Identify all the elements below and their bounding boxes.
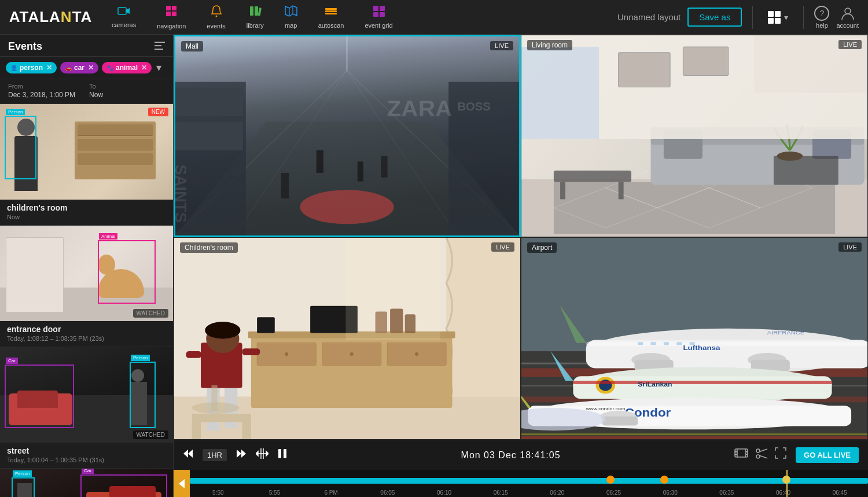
camera-cell-mall[interactable]: ZARA SAINTS BOSS Mall LIVE — [174, 35, 521, 237]
fullscreen-icon[interactable] — [775, 447, 786, 463]
logo[interactable]: ATALANTA — [0, 0, 101, 35]
nav-cameras[interactable]: cameras — [101, 0, 146, 35]
living-svg — [521, 35, 867, 237]
event-time: Today, 1:08:12 – 1:08:35 PM (23s) — [7, 335, 166, 342]
sidebar-expand-button[interactable] — [155, 42, 165, 52]
fit-button[interactable] — [256, 448, 269, 462]
event-camera-name: street — [7, 446, 166, 455]
car-tag-remove[interactable]: ✕ — [88, 64, 94, 72]
tl-label: 06:45 — [811, 489, 868, 496]
svg-text:Lufthansa: Lufthansa — [683, 344, 720, 352]
layout-grid-button[interactable]: ▾ — [763, 9, 793, 26]
svg-rect-7 — [250, 6, 253, 16]
person-tag-icon: 👤 — [10, 65, 17, 71]
camera-cell-airport[interactable]: Lufthansa SriLankan — [521, 237, 868, 440]
chevron-down-icon: ▾ — [784, 13, 788, 22]
svg-rect-21 — [155, 42, 165, 43]
playback-time: Mon 03 Dec 18:41:05 — [296, 450, 725, 461]
svg-marker-133 — [256, 451, 258, 456]
camera-cell-living[interactable]: Living room LIVE — [521, 35, 868, 237]
save-as-button[interactable]: Save as — [687, 8, 742, 27]
person-tag-remove[interactable]: ✕ — [46, 64, 52, 72]
event-info-3: street Today, 1:00:04 – 1:00:35 PM (31s) — [0, 443, 173, 468]
svg-rect-140 — [735, 451, 737, 452]
svg-rect-86 — [345, 238, 440, 340]
nav-events[interactable]: events — [196, 0, 236, 35]
camera-label-airport: Airport — [527, 242, 557, 253]
main: Events 👤 person ✕ 🚗 car ✕ 🐾 — [0, 35, 868, 497]
svg-rect-14 — [325, 10, 337, 12]
timeline-arrow[interactable] — [174, 470, 190, 497]
account-label: account — [836, 22, 859, 29]
svg-rect-83 — [242, 422, 251, 439]
scissors-icon[interactable] — [755, 447, 768, 463]
rewind-button[interactable] — [183, 448, 193, 462]
filter-tag-car[interactable]: 🚗 car ✕ — [60, 62, 98, 73]
mall-svg: ZARA SAINTS BOSS — [175, 36, 519, 235]
svg-rect-104 — [664, 342, 669, 345]
camera-cell-childrens[interactable]: Children's room LIVE — [174, 237, 521, 440]
event-item[interactable]: Person NEW children's room Now — [0, 104, 173, 226]
car-tag-label: car — [74, 64, 84, 72]
timeline-area: 5:50 5:55 6 PM 06:05 06:10 06:15 06:20 0… — [174, 470, 868, 497]
divider-2 — [803, 6, 804, 29]
event-item[interactable]: Animal WATCHED entrance door Today, 1:08… — [0, 226, 173, 347]
filter-tag-person[interactable]: 👤 person ✕ — [6, 62, 57, 73]
account-button[interactable]: account — [836, 6, 859, 29]
person-tag-label: person — [20, 64, 43, 72]
svg-rect-50 — [619, 182, 624, 200]
timeline-track — [190, 478, 868, 484]
go-all-live-button[interactable]: GO ALL LIVE — [796, 447, 859, 463]
filter-dropdown-button[interactable]: ▾ — [156, 61, 161, 74]
autoscan-label: autoscan — [318, 22, 344, 29]
nav-eventgrid[interactable]: event grid — [354, 0, 403, 35]
svg-point-80 — [205, 322, 240, 338]
svg-text:BOSS: BOSS — [457, 100, 491, 113]
svg-rect-18 — [373, 12, 378, 17]
svg-point-68 — [415, 352, 418, 356]
car-tag-icon: 🚗 — [65, 65, 72, 71]
svg-rect-60 — [446, 238, 520, 396]
nav-library[interactable]: library — [236, 0, 274, 35]
nav-map[interactable]: map — [274, 0, 308, 35]
date-from-label: From — [8, 83, 75, 90]
eventgrid-label: event grid — [365, 22, 392, 29]
grid-cell — [775, 11, 781, 17]
nav-navigation[interactable]: navigation — [146, 0, 196, 35]
svg-rect-123 — [602, 417, 638, 426]
tl-label: 6 PM — [303, 489, 359, 496]
playback-icons — [734, 447, 786, 463]
svg-marker-150 — [179, 479, 185, 488]
filter-tag-animal[interactable]: 🐾 animal ✕ — [102, 62, 152, 73]
svg-point-33 — [300, 190, 393, 224]
library-label: library — [247, 22, 264, 29]
tl-label: 06:25 — [586, 489, 642, 496]
pause-button[interactable] — [278, 448, 287, 462]
nav-items: cameras navigation events library map — [101, 0, 617, 35]
timeline-body[interactable]: 5:50 5:55 6 PM 06:05 06:10 06:15 06:20 0… — [190, 470, 868, 497]
date-from-value: Dec 3, 2018, 1:00 PM — [8, 91, 75, 99]
grid-cell — [775, 18, 781, 24]
camera-label-childrens: Children's room — [180, 242, 238, 253]
event-item[interactable]: Person Car WATCHED — [0, 469, 173, 497]
event-item[interactable]: Car Person WATCHED street Today, 1:00:04… — [0, 347, 173, 469]
date-range: From Dec 3, 2018, 1:00 PM To Now — [0, 79, 173, 104]
forward-button[interactable] — [236, 448, 247, 462]
animal-tag-remove[interactable]: ✕ — [141, 64, 147, 72]
svg-text:ZARA: ZARA — [387, 95, 453, 120]
logo-accent: N — [61, 8, 72, 25]
speed-label[interactable]: 1HR — [203, 449, 227, 461]
live-badge-airport: LIVE — [838, 242, 862, 252]
help-button[interactable]: ? help — [814, 6, 829, 29]
cam-airport-bg: Lufthansa SriLankan — [521, 238, 867, 439]
svg-rect-35 — [317, 150, 323, 173]
svg-marker-1 — [126, 8, 130, 14]
cam-living-bg — [521, 35, 867, 237]
sidebar-header: Events — [0, 35, 173, 57]
filmstrip-icon[interactable] — [734, 447, 748, 463]
svg-rect-38 — [281, 173, 289, 198]
living-visual — [521, 35, 867, 237]
cam-mall-bg: ZARA SAINTS BOSS — [175, 36, 519, 235]
nav-autoscan[interactable]: autoscan — [308, 0, 355, 35]
library-icon — [249, 5, 262, 20]
